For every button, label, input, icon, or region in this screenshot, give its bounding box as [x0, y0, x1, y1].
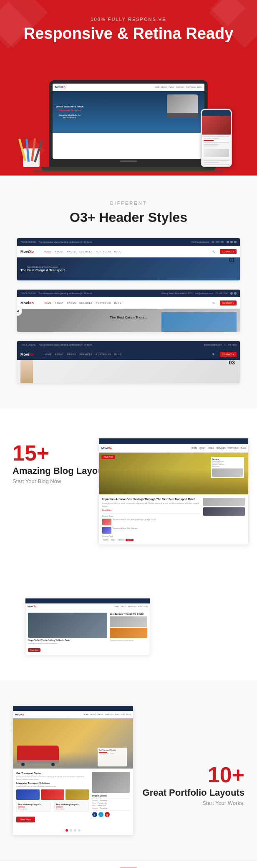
pm-text: Lorem ipsum dolor sit amet, consectetur …: [16, 776, 89, 780]
pm-nav-pages[interactable]: PAGES: [98, 713, 103, 715]
pm-cta-button[interactable]: Read More: [16, 817, 35, 822]
pm-nav-portfolio[interactable]: PORTFOLIO: [115, 713, 125, 715]
facebook-icon[interactable]: f: [92, 812, 97, 817]
bm2-nav-item[interactable]: SERVICES: [128, 606, 136, 608]
nav-item-home[interactable]: HOME: [44, 250, 52, 253]
bm-nav-about[interactable]: ABOUT: [199, 447, 206, 449]
bm2-read-more[interactable]: Read More: [28, 648, 40, 652]
nav-item-about[interactable]: ABOUT: [55, 353, 64, 356]
dot-4[interactable]: [78, 829, 81, 832]
header-styles-section: DIFFERENT O3+ Header Styles TRACK ONLINE…: [0, 176, 257, 409]
marketing-title-1: Best Marketing Analytics: [18, 804, 49, 806]
header-mockup-1: TRACK ONLINE You can request status (pen…: [17, 238, 240, 281]
google-icon[interactable]: g: [105, 812, 110, 817]
tag[interactable]: freight: [102, 539, 109, 541]
phone-text-line: [204, 138, 219, 139]
contact-button-3[interactable]: CONTACT +: [220, 352, 237, 357]
search-icon[interactable]: 🔍: [212, 250, 215, 253]
dot-1[interactable]: [66, 829, 68, 832]
search-icon-2[interactable]: 🔍: [212, 302, 215, 304]
pm-sidebar-label-3: Date: [92, 805, 95, 807]
social-icon: [230, 292, 233, 295]
pencil-cup: [21, 138, 42, 167]
phone-text-line: [204, 144, 219, 145]
bm-nav-services[interactable]: SERVICES: [216, 447, 226, 449]
pm-body: Our Transport Center Lorem ipsum dolor s…: [13, 769, 133, 826]
marketing-card-2: Best Marketing Analytics Lorem ipsum: [54, 802, 89, 812]
nav-item-about[interactable]: ABOUT: [55, 250, 64, 253]
twitter-icon[interactable]: t: [98, 812, 103, 817]
pm-section-title: Our Transport Center: [16, 772, 89, 774]
nav-item-services[interactable]: SERVICES: [79, 353, 93, 356]
tags-container: freight cargo transport logistics: [102, 539, 200, 541]
pm-nav-about[interactable]: ABOUT: [90, 713, 96, 715]
hm3-logo: MoviXo: [20, 352, 34, 356]
tag[interactable]: transport: [117, 539, 125, 541]
nav-item-pages[interactable]: PAGES: [67, 302, 76, 304]
read-more-link[interactable]: Read More: [102, 509, 200, 512]
blog-mockup-main: MoviXo HOME ABOUT PAGES SERVICES PORTFOL…: [98, 438, 249, 545]
bm2-sidebar-text: Transport solutions lorem ipsum: [110, 639, 147, 641]
nav-item-services[interactable]: SERVICES: [79, 250, 93, 253]
laptop-mockup: MoviXo HOME ABOUT PAGES SERVICES PORTFOL…: [49, 80, 208, 172]
pm-nav: MoviXo HOME ABOUT PAGES SERVICES PORTFOL…: [13, 711, 133, 718]
dot-2[interactable]: [70, 829, 72, 832]
tag[interactable]: logistics: [126, 539, 133, 541]
bm-topbar: [99, 438, 248, 444]
bm-nav-home[interactable]: HOME: [191, 447, 197, 449]
pm-overlay-title: Our Transport Center: [99, 749, 126, 751]
header-number-1: 01: [229, 256, 235, 262]
bm2-nav-item[interactable]: ABOUT: [121, 606, 126, 608]
recent-post-item: Importers Achieve Cost Savings...: [102, 527, 200, 534]
pm-sidebar: Project Details Category : Consulting Cl…: [92, 772, 130, 822]
pm-button-row: Read More: [16, 815, 89, 822]
pm-overlay-text: Lorem ipsum dolor sit amet: [99, 753, 126, 755]
phone-mockup: [201, 109, 232, 167]
recent-posts-label: Recent Posts: [102, 515, 200, 517]
social-icon: [234, 292, 237, 295]
contact-button-2[interactable]: CONTACT +: [220, 300, 237, 305]
tag[interactable]: cargo: [110, 539, 116, 541]
bm2-small-img: [110, 616, 147, 627]
nav-item-pages[interactable]: PAGES: [67, 353, 76, 356]
bm2-nav-item[interactable]: PORTFOLIO: [138, 606, 148, 608]
contact-button[interactable]: CONTACT +: [220, 249, 237, 254]
nav-item-services[interactable]: SERVICES: [79, 302, 93, 304]
pm-gallery-img: [16, 789, 40, 800]
nav-item-about[interactable]: ABOUT: [55, 302, 64, 304]
phone-text-line: [204, 136, 229, 137]
hero-title: Responsive & Retina Ready: [8, 25, 249, 43]
bm-nav-pages[interactable]: PAGES: [208, 447, 214, 449]
pm-sub-text: Lorem ipsum dolor sit amet consectetur a…: [16, 785, 89, 788]
bottom-bar: [0, 860, 257, 868]
pm-nav-services[interactable]: SERVICES: [105, 713, 113, 715]
nav-item-home[interactable]: HOME: [44, 353, 52, 356]
dot-3[interactable]: [74, 829, 76, 832]
nav-item-home[interactable]: HOME: [44, 302, 52, 304]
pm-sidebar-value: : Consulting: [99, 800, 107, 802]
social-links: f t g: [92, 812, 130, 817]
bm2-nav-item[interactable]: HOME: [114, 606, 119, 608]
nav-item-blog[interactable]: BLOG: [114, 250, 121, 253]
nav-item-portfolio[interactable]: PORTFOLIO: [96, 302, 111, 304]
nav-item-portfolio[interactable]: PORTFOLIO: [96, 353, 111, 356]
nav-item-blog[interactable]: BLOG: [114, 353, 121, 356]
header-mockup-2: TRACK ONLINE You can request status (pen…: [17, 289, 240, 332]
pm-sub-section: Integrated Transport Solutions: [16, 782, 89, 784]
pm-nav-home[interactable]: HOME: [83, 713, 88, 715]
nav-item-blog[interactable]: BLOG: [114, 302, 121, 304]
article-title: Importers Achieve Cost Savings Through T…: [102, 498, 200, 501]
nav-item-portfolio[interactable]: PORTFOLIO: [96, 250, 111, 253]
bm-nav-blog[interactable]: BLOG: [240, 447, 246, 449]
social-icon: [227, 241, 229, 243]
marketing-text: Lorem ipsum: [18, 808, 49, 810]
nav-item-pages[interactable]: PAGES: [67, 250, 76, 253]
portfolio-main-text: Great Portfolio Layouts: [143, 787, 244, 798]
recent-post-item: Importers Achieve Cost Savings Through..…: [102, 519, 200, 525]
bm2-nav: MoviXo HOME ABOUT SERVICES PORTFOLIO: [25, 603, 150, 610]
pm-nav-blog[interactable]: BLOG: [126, 713, 131, 715]
search-icon-3[interactable]: 🔍: [212, 353, 215, 356]
header-styles-title: O3+ Header Styles: [17, 210, 240, 225]
bm-nav-portfolio[interactable]: PORTFOLIO: [228, 447, 239, 449]
blog-mockups: MoviXo HOME ABOUT PAGES SERVICES PORTFOL…: [25, 438, 249, 655]
